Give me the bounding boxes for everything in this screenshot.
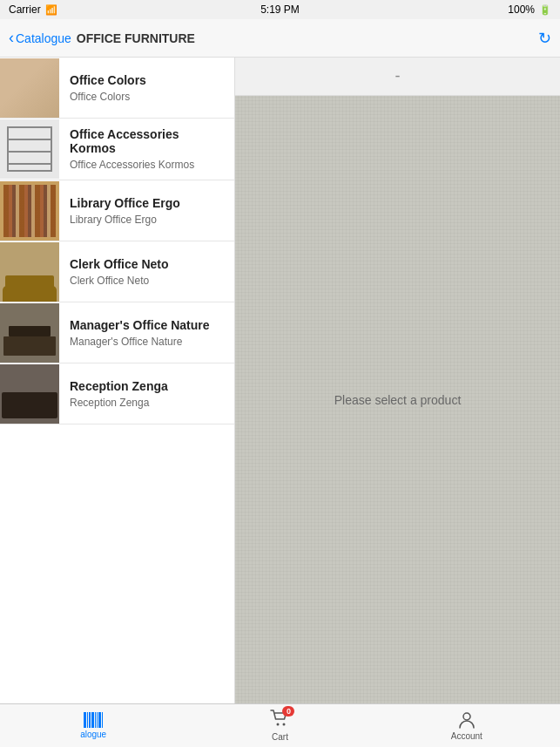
item-thumbnail [0, 58, 59, 118]
account-icon [457, 710, 476, 730]
refresh-button[interactable]: ↻ [538, 29, 551, 48]
item-text: Office Accessories Kormos Office Accesso… [59, 119, 234, 180]
item-title: Reception Zenga [70, 379, 168, 393]
item-text: Office Colors Office Colors [59, 65, 157, 112]
item-subtitle: Manager's Office Nature [70, 336, 210, 348]
item-title: Clerk Office Neto [70, 257, 169, 271]
item-subtitle: Clerk Office Neto [70, 275, 169, 287]
tab-account-label: Account [451, 731, 482, 741]
status-time: 5:19 PM [260, 3, 300, 16]
carrier-label: Carrier [9, 3, 41, 16]
cart-icon-wrapper: 0 [270, 710, 289, 730]
tab-bar: alogue 0 Cart Account [0, 703, 560, 747]
item-title: Office Accessories Kormos [70, 127, 224, 155]
item-thumbnail [0, 303, 59, 363]
thumbnail-image [0, 364, 59, 424]
thumbnail-image [0, 181, 59, 241]
thumbnail-image [0, 303, 59, 363]
thumbnail-image [0, 119, 59, 179]
tab-catalogue[interactable]: alogue [0, 704, 186, 747]
list-item[interactable]: Office Accessories Kormos Office Accesso… [0, 119, 234, 180]
list-item[interactable]: Library Office Ergo Library Office Ergo [0, 180, 234, 241]
item-thumbnail [0, 242, 59, 302]
tab-account[interactable]: Account [374, 704, 560, 747]
dash-label: - [395, 67, 401, 85]
tab-cart-label: Cart [272, 732, 288, 742]
item-text: Manager's Office Nature Manager's Office… [59, 309, 220, 357]
item-text: Reception Zenga Reception Zenga [59, 370, 179, 418]
nav-title: OFFICE FURNITURE [77, 31, 195, 45]
main-layout: Office Colors Office Colors Office Acces… [0, 58, 560, 703]
status-right: 100% 🔋 [508, 3, 551, 16]
item-subtitle: Office Accessories Kormos [70, 159, 224, 171]
list-item[interactable]: Clerk Office Neto Clerk Office Neto [0, 241, 234, 302]
back-chevron-icon: ‹ [9, 29, 14, 47]
svg-point-2 [463, 713, 470, 720]
cart-badge-count: 0 [282, 706, 294, 716]
battery-icon: 🔋 [539, 4, 551, 16]
nav-bar: ‹ Catalogue OFFICE FURNITURE ↻ [0, 19, 560, 58]
item-thumbnail [0, 181, 59, 241]
item-title: Library Office Ergo [70, 196, 180, 210]
item-text: Library Office Ergo Library Office Ergo [59, 187, 191, 234]
item-subtitle: Library Office Ergo [70, 214, 180, 226]
item-subtitle: Reception Zenga [70, 397, 168, 409]
wifi-icon: 📶 [45, 4, 57, 16]
svg-point-0 [277, 723, 280, 726]
thumbnail-image [0, 58, 59, 118]
catalogue-icon [84, 712, 103, 728]
item-text: Clerk Office Neto Clerk Office Neto [59, 248, 179, 295]
right-top-bar: - [235, 58, 560, 96]
item-subtitle: Office Colors [70, 91, 146, 103]
item-thumbnail [0, 364, 59, 424]
thumbnail-image [0, 242, 59, 302]
list-item[interactable]: Office Colors Office Colors [0, 58, 234, 119]
right-panel: - Please select a product [235, 58, 560, 703]
list-item[interactable]: Manager's Office Nature Manager's Office… [0, 302, 234, 363]
item-thumbnail [0, 119, 59, 179]
back-button[interactable]: ‹ Catalogue [9, 29, 71, 47]
battery-label: 100% [508, 3, 535, 16]
list-item[interactable]: Reception Zenga Reception Zenga [0, 363, 234, 424]
select-product-label: Please select a product [235, 393, 560, 407]
tab-catalogue-label: alogue [80, 730, 106, 739]
back-label: Catalogue [16, 31, 71, 45]
status-left: Carrier 📶 [9, 3, 57, 16]
item-title: Office Colors [70, 73, 146, 87]
status-bar: Carrier 📶 5:19 PM 100% 🔋 [0, 0, 560, 19]
tab-cart[interactable]: 0 Cart [186, 704, 373, 747]
item-title: Manager's Office Nature [70, 318, 210, 332]
svg-point-1 [283, 723, 286, 726]
sidebar: Office Colors Office Colors Office Acces… [0, 58, 235, 703]
